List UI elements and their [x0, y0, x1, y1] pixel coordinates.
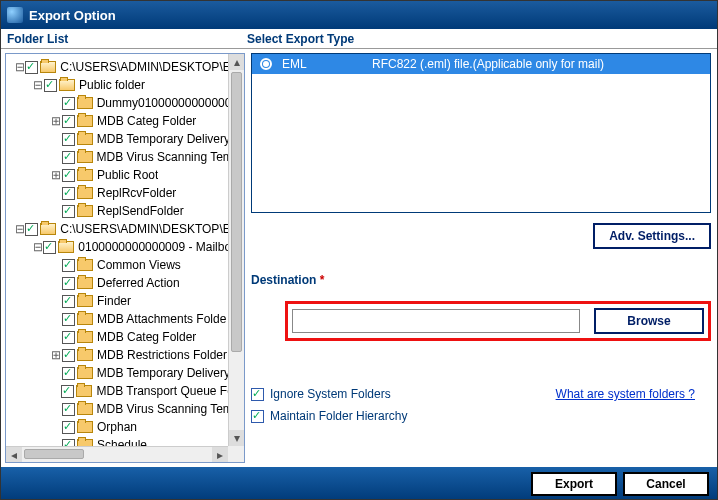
collapse-icon[interactable]: ⊟ [32, 78, 44, 92]
folder-icon [77, 187, 93, 199]
tree-checkbox[interactable] [62, 421, 75, 434]
tree-checkbox[interactable] [62, 115, 75, 128]
export-type-name: EML [282, 57, 372, 71]
tree-node[interactable]: ⊞MDB Categ Folder [8, 112, 228, 130]
tree-checkbox[interactable] [62, 97, 75, 110]
tree-node[interactable]: ⊟Public folder [8, 76, 228, 94]
tree-node[interactable]: ⊞MDB Restrictions Folder [8, 346, 228, 364]
tree-node[interactable]: ·MDB Temporary Delivery [8, 364, 228, 382]
collapse-icon[interactable]: ⊟ [14, 60, 25, 74]
right-pane: EML RFC822 (.eml) file.(Applicable only … [245, 49, 717, 467]
tree-node[interactable]: ·MDB Temporary Delivery [8, 130, 228, 148]
scroll-corner [228, 446, 244, 462]
tree-node[interactable]: ·ReplRcvFolder [8, 184, 228, 202]
tree-node-label: MDB Attachments Folde [97, 312, 226, 326]
tree-node[interactable]: ⊟C:\USERS\ADMIN\DESKTOP\ED [8, 58, 228, 76]
tree-checkbox[interactable] [62, 133, 75, 146]
vertical-scrollbar[interactable]: ▴ ▾ [228, 54, 244, 446]
tree-checkbox[interactable] [62, 349, 75, 362]
tree-node[interactable]: ·MDB Virus Scanning Tem [8, 148, 228, 166]
tree-node[interactable]: ·Common Views [8, 256, 228, 274]
tree-node-label: MDB Temporary Delivery [97, 366, 228, 380]
horizontal-scrollbar[interactable]: ◂ ▸ [6, 446, 228, 462]
tree-node[interactable]: ·MDB Virus Scanning Tem [8, 400, 228, 418]
collapse-icon[interactable]: ⊟ [32, 240, 43, 254]
tree-node[interactable]: ·ReplSendFolder [8, 202, 228, 220]
folder-icon [77, 115, 93, 127]
scroll-thumb-horizontal[interactable] [24, 449, 84, 459]
tree-checkbox[interactable] [62, 187, 75, 200]
tree-checkbox[interactable] [62, 151, 75, 164]
folder-icon [77, 439, 93, 446]
export-type-desc: RFC822 (.eml) file.(Applicable only for … [372, 57, 604, 71]
tree-checkbox[interactable] [62, 205, 75, 218]
folder-icon [77, 151, 93, 163]
tree-node[interactable]: ·Schedule [8, 436, 228, 446]
tree-node[interactable]: ·MDB Transport Queue Fo [8, 382, 228, 400]
tree-checkbox[interactable] [43, 241, 56, 254]
footer: Export Cancel [1, 467, 717, 500]
tree-checkbox[interactable] [62, 331, 75, 344]
destination-input[interactable] [292, 309, 580, 333]
tree-checkbox[interactable] [62, 403, 75, 416]
tree-node-label: 0100000000000009 - Mailbox [78, 240, 228, 254]
cancel-button[interactable]: Cancel [623, 472, 709, 496]
tree-checkbox[interactable] [62, 259, 75, 272]
section-labels: Folder List Select Export Type [1, 29, 717, 49]
tree-checkbox[interactable] [44, 79, 57, 92]
tree-node-label: MDB Categ Folder [97, 330, 196, 344]
tree-node[interactable]: ⊞Public Root [8, 166, 228, 184]
scroll-thumb-vertical[interactable] [231, 72, 242, 352]
tree-node[interactable]: ·Dummy01000000000000 [8, 94, 228, 112]
folder-icon [77, 349, 93, 361]
tree-node-label: ReplRcvFolder [97, 186, 176, 200]
folder-icon [77, 277, 93, 289]
folder-tree[interactable]: ⊟C:\USERS\ADMIN\DESKTOP\ED⊟Public folder… [6, 54, 228, 446]
tree-node[interactable]: ·MDB Attachments Folde [8, 310, 228, 328]
radio-selected-icon[interactable] [260, 58, 272, 70]
tree-node[interactable]: ⊟0100000000000009 - Mailbox [8, 238, 228, 256]
expand-icon[interactable]: ⊞ [50, 168, 62, 182]
expand-icon[interactable]: ⊞ [50, 348, 62, 362]
export-button[interactable]: Export [531, 472, 617, 496]
tree-node-label: MDB Temporary Delivery [97, 132, 228, 146]
tree-node-label: Finder [97, 294, 131, 308]
required-asterisk: * [320, 273, 325, 287]
folder-icon [77, 403, 93, 415]
folder-icon [77, 133, 93, 145]
export-type-row-eml[interactable]: EML RFC822 (.eml) file.(Applicable only … [252, 54, 710, 74]
scroll-left-button[interactable]: ◂ [6, 447, 22, 463]
tree-node[interactable]: ·Finder [8, 292, 228, 310]
browse-button[interactable]: Browse [594, 308, 704, 334]
collapse-icon[interactable]: ⊟ [14, 222, 25, 236]
folder-open-icon [59, 79, 75, 91]
tree-node[interactable]: ·Orphan [8, 418, 228, 436]
folder-icon [77, 259, 93, 271]
scroll-down-button[interactable]: ▾ [229, 430, 244, 446]
export-type-label: Select Export Type [241, 29, 717, 48]
tree-node[interactable]: ⊟C:\USERS\ADMIN\DESKTOP\ED [8, 220, 228, 238]
tree-node[interactable]: ·MDB Categ Folder [8, 328, 228, 346]
tree-node-label: Public folder [79, 78, 145, 92]
tree-checkbox[interactable] [62, 169, 75, 182]
ignore-system-folders-checkbox[interactable] [251, 388, 264, 401]
tree-node[interactable]: ·Deferred Action [8, 274, 228, 292]
maintain-hierarchy-checkbox[interactable] [251, 410, 264, 423]
tree-node-label: Deferred Action [97, 276, 180, 290]
tree-checkbox[interactable] [62, 277, 75, 290]
expand-icon[interactable]: ⊞ [50, 114, 62, 128]
tree-checkbox[interactable] [61, 385, 74, 398]
advanced-settings-button[interactable]: Adv. Settings... [593, 223, 711, 249]
scroll-up-button[interactable]: ▴ [229, 54, 244, 70]
tree-checkbox[interactable] [25, 223, 38, 236]
tree-checkbox[interactable] [62, 439, 75, 447]
scroll-right-button[interactable]: ▸ [212, 447, 228, 463]
tree-checkbox[interactable] [62, 367, 75, 380]
tree-node-label: MDB Virus Scanning Tem [97, 402, 228, 416]
tree-checkbox[interactable] [62, 313, 75, 326]
system-folders-link[interactable]: What are system folders ? [556, 387, 695, 401]
tree-checkbox[interactable] [62, 295, 75, 308]
tree-checkbox[interactable] [25, 61, 38, 74]
export-type-list[interactable]: EML RFC822 (.eml) file.(Applicable only … [251, 53, 711, 213]
tree-node-label: MDB Restrictions Folder [97, 348, 227, 362]
